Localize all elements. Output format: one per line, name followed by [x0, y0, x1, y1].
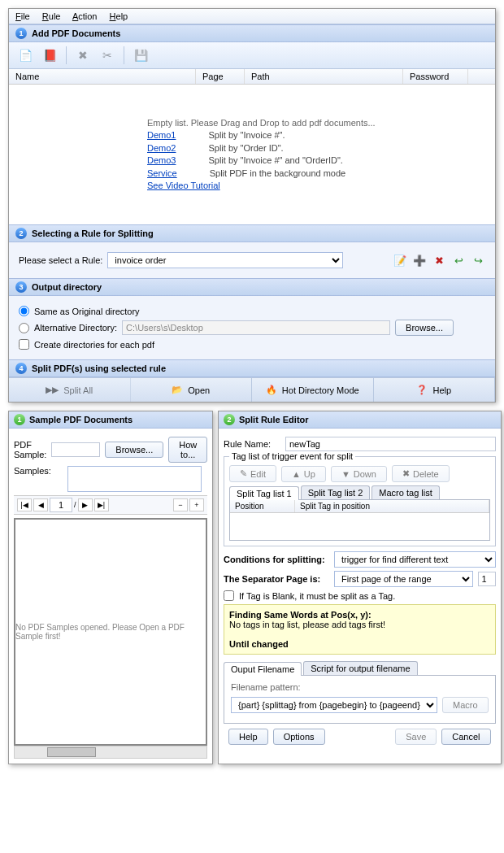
browse-sample-button[interactable]: Browse...	[105, 442, 163, 458]
pdf-preview: No PDF Samples opened. Please Open a PDF…	[14, 518, 207, 746]
action-bar: ▶▶Split All 📂Open 🔥Hot Directory Mode ❓H…	[9, 377, 495, 402]
menu-file[interactable]: File	[15, 11, 30, 21]
taglist-grid: Position Split Tag in position	[229, 500, 490, 541]
prev-page-icon[interactable]: ◀	[33, 498, 48, 511]
menu-help[interactable]: Help	[110, 11, 128, 21]
step-1-badge: 1	[15, 28, 27, 39]
col-position[interactable]: Position	[230, 500, 295, 512]
add-pdf-icon[interactable]: 📕	[40, 46, 59, 65]
create-dirs-checkbox[interactable]	[19, 339, 29, 350]
horizontal-scrollbar[interactable]	[14, 746, 207, 759]
howto-button[interactable]: How to...	[168, 437, 207, 463]
taglist-legend: Tag list of trigger event for split	[229, 451, 355, 461]
save-icon: 💾	[131, 46, 150, 65]
menu-action[interactable]: Action	[72, 11, 98, 21]
help-button[interactable]: ❓Help	[374, 378, 496, 402]
cancel-button[interactable]: Cancel	[441, 729, 490, 745]
separator-num-input[interactable]	[478, 572, 496, 586]
alt-dir-input[interactable]	[122, 320, 390, 335]
step-badge: 2	[224, 414, 235, 425]
section-output-dir: 3 Output directory	[9, 278, 495, 296]
add-rule-icon[interactable]: ➕	[412, 253, 427, 268]
import-rule-icon[interactable]: ↩	[451, 253, 466, 268]
tutorial-link[interactable]: See Video Tutorial	[147, 181, 220, 190]
taglist-fieldset: Tag list of trigger event for split ✎ Ed…	[224, 456, 496, 546]
macro-button: Macro	[442, 697, 489, 713]
section-title: Selecting a Rule for Splitting	[32, 228, 154, 238]
separator	[124, 46, 124, 64]
blank-tag-checkbox[interactable]	[224, 590, 234, 601]
hint-until: Until changed	[229, 639, 490, 649]
delete-rule-icon[interactable]: ✖	[432, 253, 446, 268]
blank-tag-label: If Tag is Blank, it must be split as a T…	[239, 591, 395, 601]
pdf-sample-label: PDF Sample:	[14, 440, 46, 459]
pattern-select[interactable]: {part} {splittag} from {pagebegin} to {p…	[231, 697, 437, 713]
pattern-label: Filename pattern:	[231, 682, 489, 692]
save-button: Save	[395, 729, 437, 745]
zoom-out-icon[interactable]: −	[173, 498, 188, 511]
col-name[interactable]: Name	[9, 69, 196, 84]
tab-taglist2[interactable]: Split Tag list 2	[301, 485, 371, 499]
separator-select[interactable]: First page of the range	[334, 571, 473, 587]
rule-name-label: Rule Name:	[224, 439, 280, 449]
samples-textarea[interactable]	[67, 466, 202, 492]
browse-button[interactable]: Browse...	[395, 320, 454, 336]
step-4-badge: 4	[15, 363, 27, 374]
options-button[interactable]: Options	[273, 729, 325, 745]
step-2-badge: 2	[15, 228, 27, 239]
same-dir-radio[interactable]	[19, 306, 29, 316]
empty-list-area: Empty list. Please Drag and Drop to add …	[9, 85, 495, 224]
conditions-select[interactable]: trigger for find different text	[334, 551, 496, 568]
rule-label: Please select a Rule:	[19, 255, 102, 265]
hint-message: No tags in tag list, please add tags fir…	[229, 620, 490, 629]
section-select-rule: 2 Selecting a Rule for Splitting	[9, 224, 495, 242]
same-dir-label: Same as Original directory	[34, 307, 140, 316]
down-tag-button: ▼ Down	[331, 466, 387, 482]
col-splittag[interactable]: Split Tag in position	[295, 500, 489, 512]
export-rule-icon[interactable]: ↪	[471, 253, 485, 268]
demo3-link[interactable]: Demo3	[147, 155, 176, 165]
section-title: Output directory	[32, 282, 102, 292]
open-button[interactable]: 📂Open	[131, 378, 253, 402]
demo2-desc: Split by "Order ID".	[208, 142, 283, 154]
first-page-icon[interactable]: |◀	[17, 498, 32, 511]
section-add-pdf: 1 Add PDF Documents	[9, 24, 495, 42]
rule-name-input[interactable]	[285, 437, 496, 451]
help-button[interactable]: Help	[228, 729, 268, 745]
alt-dir-label: Alternative Directory:	[34, 323, 117, 333]
panel-title: Sample PDF Documents	[29, 415, 133, 424]
menu-rule[interactable]: Rule	[42, 11, 61, 21]
zoom-in-icon[interactable]: +	[189, 498, 204, 511]
demo1-link[interactable]: Demo1	[147, 130, 176, 140]
page-input[interactable]	[50, 498, 72, 512]
last-page-icon[interactable]: ▶|	[94, 498, 109, 511]
rule-select[interactable]: invoice order	[107, 252, 343, 268]
tab-taglist1[interactable]: Split Tag list 1	[229, 486, 299, 500]
output-tabs: Ouput Filename Script for output filenam…	[224, 661, 496, 676]
demo2-link[interactable]: Demo2	[147, 143, 176, 153]
col-path[interactable]: Path	[245, 69, 403, 84]
service-link[interactable]: Service	[147, 168, 177, 178]
col-page[interactable]: Page	[196, 69, 245, 84]
sample-panel: 1Sample PDF Documents PDF Sample: Browse…	[8, 411, 213, 764]
add-file-icon[interactable]: 📄	[15, 46, 35, 65]
dialog-buttons: Help Options Save Cancel	[224, 724, 496, 750]
demo3-desc: Split by "Invoice #" and "OrderID".	[208, 154, 342, 167]
preview-empty-msg: No PDF Samples opened. Please Open a PDF…	[15, 623, 206, 641]
tab-macro[interactable]: Macro tag list	[371, 485, 439, 499]
section-title: Split PDF(s) using selected rule	[32, 363, 166, 373]
tab-output-script[interactable]: Script for output filename	[303, 661, 417, 675]
hot-directory-button[interactable]: 🔥Hot Directory Mode	[252, 378, 374, 402]
tab-output-filename[interactable]: Ouput Filename	[224, 662, 302, 676]
hint-box: Finding Same Words at Pos(x, y): No tags…	[224, 604, 496, 655]
pdf-sample-input[interactable]	[51, 442, 100, 457]
alt-dir-radio[interactable]	[19, 323, 29, 333]
up-tag-button: ▲ Up	[281, 466, 326, 482]
split-icon: ▶▶	[46, 385, 59, 395]
separator-label: The Separator Page is:	[224, 574, 329, 584]
next-page-icon[interactable]: ▶	[78, 498, 93, 511]
tools-icon: ✂	[98, 46, 117, 65]
col-password[interactable]: Password	[403, 69, 468, 84]
step-badge: 1	[14, 414, 25, 425]
edit-rule-icon[interactable]: 📝	[393, 253, 407, 268]
